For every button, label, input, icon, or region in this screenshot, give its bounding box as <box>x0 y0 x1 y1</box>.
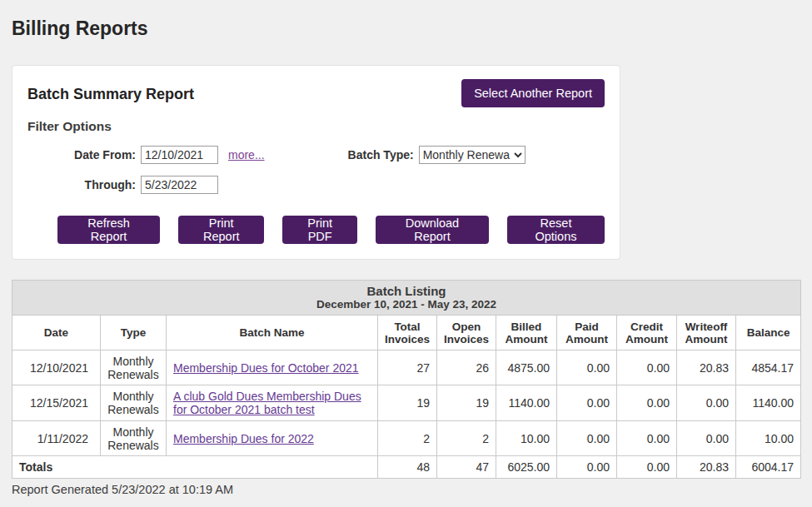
total-invoices-cell: 2 <box>378 421 437 456</box>
panel-title: Batch Summary Report <box>27 79 194 103</box>
select-another-report-button[interactable]: Select Another Report <box>461 79 605 107</box>
total-invoices-cell: 19 <box>378 385 437 421</box>
report-generated-text: Report Generated 5/23/2022 at 10:19 AM <box>12 483 800 496</box>
batch-name-cell: Membership Dues for October 2021 <box>167 350 378 385</box>
batch-type-label: Batch Type: <box>348 148 414 162</box>
date-from-input[interactable] <box>141 146 218 164</box>
batch-name-cell: A club Gold Dues Membership Dues for Oct… <box>167 385 378 421</box>
totals-row: Totals 48 47 6025.00 0.00 0.00 20.83 600… <box>12 456 801 479</box>
panel-header: Batch Summary Report Select Another Repo… <box>27 79 605 107</box>
totals-open-invoices: 47 <box>437 456 496 479</box>
through-label: Through: <box>27 178 136 191</box>
table-caption-row: Batch Listing December 10, 2021 - May 23… <box>12 281 801 316</box>
writeoff-amount-cell: 0.00 <box>677 385 736 421</box>
table-caption-date-range: December 10, 2021 - May 23, 2022 <box>14 298 799 311</box>
filter-row-2: Through: <box>27 176 605 194</box>
paid-amount-cell: 0.00 <box>557 350 617 385</box>
billed-amount-cell: 4875.00 <box>496 350 557 385</box>
batch-listing-table: Batch Listing December 10, 2021 - May 23… <box>12 280 801 479</box>
open-invoices-cell: 2 <box>437 421 496 456</box>
batch-name-link[interactable]: A club Gold Dues Membership Dues for Oct… <box>173 390 361 416</box>
totals-paid-amount: 0.00 <box>557 456 617 479</box>
page-title: Billing Reports <box>12 17 800 40</box>
batch-summary-panel: Batch Summary Report Select Another Repo… <box>12 65 620 260</box>
column-header-credit-amount: Credit Amount <box>617 316 677 350</box>
column-header-billed-amount: Billed Amount <box>496 316 557 350</box>
batch-type-cell: Monthly Renewals <box>101 421 167 456</box>
report-actions-row: Refresh Report Print Report Print PDF Do… <box>27 216 605 244</box>
credit-amount-cell: 0.00 <box>617 385 677 421</box>
column-header-balance: Balance <box>736 316 801 350</box>
paid-amount-cell: 0.00 <box>557 421 617 456</box>
print-report-button[interactable]: Print Report <box>178 216 264 244</box>
billing-reports-page: Billing Reports Batch Summary Report Sel… <box>0 17 812 496</box>
table-caption-title: Batch Listing <box>14 284 799 298</box>
batch-name-link[interactable]: Membership Dues for 2022 <box>173 432 314 445</box>
billed-amount-cell: 1140.00 <box>496 385 557 421</box>
batch-name-cell: Membership Dues for 2022 <box>167 421 378 456</box>
batch-name-link[interactable]: Membership Dues for October 2021 <box>173 361 359 375</box>
totals-writeoff-amount: 20.83 <box>677 456 736 479</box>
batch-type-select[interactable]: Monthly Renewa <box>419 146 526 164</box>
writeoff-amount-cell: 20.83 <box>677 350 736 385</box>
totals-billed-amount: 6025.00 <box>496 456 557 479</box>
totals-credit-amount: 0.00 <box>617 456 677 479</box>
table-caption: Batch Listing December 10, 2021 - May 23… <box>12 281 801 316</box>
total-invoices-cell: 27 <box>378 350 437 385</box>
column-header-batch-name: Batch Name <box>167 316 378 350</box>
paid-amount-cell: 0.00 <box>557 385 617 421</box>
column-header-total-invoices: Total Invoices <box>378 316 437 350</box>
table-row: 1/11/2022 Monthly Renewals Membership Du… <box>12 421 801 456</box>
totals-label: Totals <box>12 456 378 479</box>
table-row: 12/15/2021 Monthly Renewals A club Gold … <box>12 385 801 421</box>
filter-options-heading: Filter Options <box>27 119 605 134</box>
batch-type-cell: Monthly Renewals <box>101 350 167 385</box>
download-report-button[interactable]: Download Report <box>376 216 489 244</box>
table-header-row: Date Type Batch Name Total Invoices Open… <box>12 316 801 350</box>
print-pdf-button[interactable]: Print PDF <box>282 216 357 244</box>
billed-amount-cell: 10.00 <box>496 421 557 456</box>
batch-date-cell: 12/10/2021 <box>12 350 101 385</box>
open-invoices-cell: 26 <box>437 350 496 385</box>
balance-cell: 1140.00 <box>736 385 801 421</box>
open-invoices-cell: 19 <box>437 385 496 421</box>
balance-cell: 4854.17 <box>736 350 801 385</box>
more-link[interactable]: more... <box>228 148 265 162</box>
credit-amount-cell: 0.00 <box>617 350 677 385</box>
table-row: 12/10/2021 Monthly Renewals Membership D… <box>12 350 801 385</box>
reset-options-button[interactable]: Reset Options <box>507 216 605 244</box>
batch-date-cell: 12/15/2021 <box>12 385 101 421</box>
column-header-type: Type <box>101 316 167 350</box>
column-header-paid-amount: Paid Amount <box>557 316 617 350</box>
column-header-date: Date <box>12 316 101 350</box>
through-input[interactable] <box>141 176 218 194</box>
writeoff-amount-cell: 0.00 <box>677 421 736 456</box>
filter-row-1: Date From: more... Batch Type: Monthly R… <box>27 146 605 164</box>
column-header-writeoff-amount: Writeoff Amount <box>677 316 736 350</box>
credit-amount-cell: 0.00 <box>617 421 677 456</box>
refresh-report-button[interactable]: Refresh Report <box>57 216 160 244</box>
batch-type-cell: Monthly Renewals <box>101 385 167 421</box>
date-from-label: Date From: <box>27 148 136 162</box>
totals-total-invoices: 48 <box>378 456 437 479</box>
column-header-open-invoices: Open Invoices <box>437 316 496 350</box>
balance-cell: 10.00 <box>736 421 801 456</box>
totals-balance: 6004.17 <box>736 456 801 479</box>
batch-date-cell: 1/11/2022 <box>12 421 101 456</box>
